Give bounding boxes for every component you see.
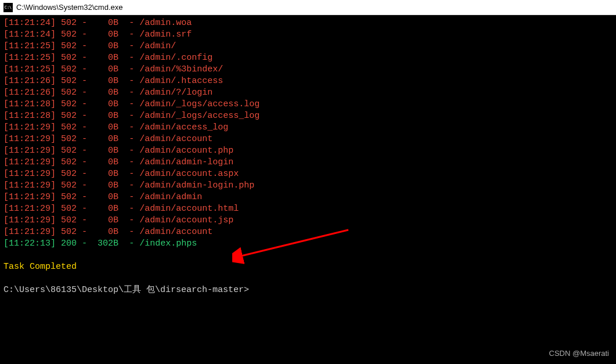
log-line: [11:21:25] 502 - 0B - /admin/: [3, 41, 613, 52]
log-line: [11:21:29] 502 - 0B - /admin/admin-login: [3, 157, 613, 168]
terminal-body[interactable]: [11:21:24] 502 - 0B - /admin.woa[11:21:2…: [0, 15, 616, 364]
log-line: [11:21:29] 502 - 0B - /admin/admin-login…: [3, 180, 613, 192]
task-completed-label: Task Completed: [3, 261, 613, 273]
log-output: [11:21:24] 502 - 0B - /admin.woa[11:21:2…: [3, 17, 613, 250]
log-line: [11:21:29] 502 - 0B - /admin/account.asp…: [3, 168, 613, 180]
log-line: [11:21:28] 502 - 0B - /admin/_logs/acces…: [3, 99, 613, 110]
window-title: C:\Windows\System32\cmd.exe: [16, 3, 123, 12]
log-line: [11:21:29] 502 - 0B - /admin/account.php: [3, 145, 613, 157]
command-prompt[interactable]: C:\Users\86135\Desktop\工具 包\dirsearch-ma…: [3, 284, 613, 296]
log-line: [11:22:13] 200 - 302B - /index.phps: [3, 238, 613, 250]
watermark-text: CSDN @Msaerati: [549, 348, 610, 359]
log-line: [11:21:29] 502 - 0B - /admin/account.jsp: [3, 215, 613, 226]
cmd-icon: [3, 3, 13, 12]
log-line: [11:21:26] 502 - 0B - /admin/.htaccess: [3, 75, 613, 87]
log-line: [11:21:24] 502 - 0B - /admin.srf: [3, 29, 613, 41]
log-line: [11:21:25] 502 - 0B - /admin/%3bindex/: [3, 64, 613, 75]
log-line: [11:21:25] 502 - 0B - /admin/.config: [3, 52, 613, 64]
log-line: [11:21:28] 502 - 0B - /admin/_logs/acces…: [3, 110, 613, 122]
window-title-bar: C:\Windows\System32\cmd.exe: [0, 0, 616, 15]
log-line: [11:21:29] 502 - 0B - /admin/access_log: [3, 122, 613, 134]
log-line: [11:21:29] 502 - 0B - /admin/account: [3, 226, 613, 238]
log-line: [11:21:29] 502 - 0B - /admin/account: [3, 134, 613, 145]
log-line: [11:21:29] 502 - 0B - /admin/admin: [3, 192, 613, 203]
log-line: [11:21:26] 502 - 0B - /admin/?/login: [3, 87, 613, 99]
log-line: [11:21:24] 502 - 0B - /admin.woa: [3, 17, 613, 29]
log-line: [11:21:29] 502 - 0B - /admin/account.htm…: [3, 203, 613, 215]
